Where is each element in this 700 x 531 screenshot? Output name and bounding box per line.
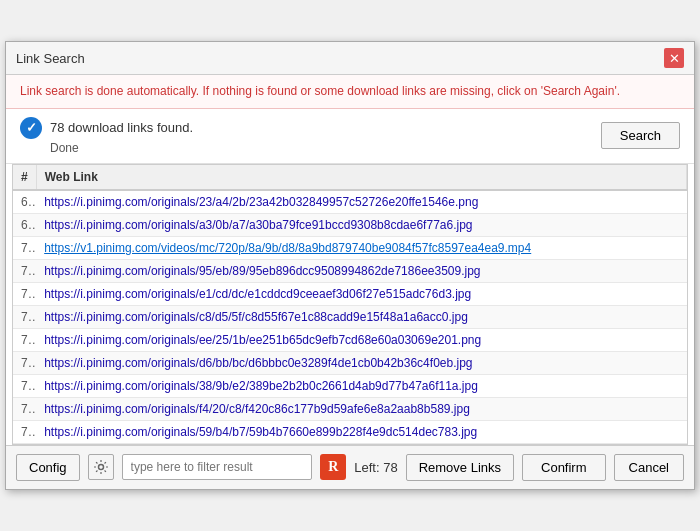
table-row[interactable]: 74https://i.pinimg.com/originals/ee/25/1…: [13, 328, 687, 351]
title-bar: Link Search ✕: [6, 42, 694, 75]
row-number: 72: [13, 282, 36, 305]
table-row[interactable]: 69https://i.pinimg.com/originals/a3/0b/a…: [13, 213, 687, 236]
url-link[interactable]: https://i.pinimg.com/originals/c8/d5/5f/…: [44, 310, 468, 324]
url-link[interactable]: https://i.pinimg.com/originals/23/a4/2b/…: [44, 195, 478, 209]
table-row[interactable]: 78https://i.pinimg.com/originals/59/b4/b…: [13, 420, 687, 443]
confirm-button[interactable]: Confirm: [522, 454, 606, 481]
row-number: 70: [13, 236, 36, 259]
links-table-container: # Web Link 68https://i.pinimg.com/origin…: [12, 164, 688, 445]
done-label: Done: [50, 141, 193, 155]
check-icon: ✓: [20, 117, 42, 139]
row-url: https://i.pinimg.com/originals/a3/0b/a7/…: [36, 213, 686, 236]
bottom-bar: Config R Left: 78 Remove Links Confirm C…: [6, 445, 694, 489]
url-link[interactable]: https://i.pinimg.com/originals/f4/20/c8/…: [44, 402, 470, 416]
table-row[interactable]: 70https://v1.pinimg.com/videos/mc/720p/8…: [13, 236, 687, 259]
col-link-header: Web Link: [36, 165, 686, 190]
close-button[interactable]: ✕: [664, 48, 684, 68]
info-bar: Link search is done automatically. If no…: [6, 75, 694, 109]
link-search-dialog: Link Search ✕ Link search is done automa…: [5, 41, 695, 490]
row-number: 71: [13, 259, 36, 282]
row-url: https://i.pinimg.com/originals/f4/20/c8/…: [36, 397, 686, 420]
url-link[interactable]: https://i.pinimg.com/originals/d6/bb/bc/…: [44, 356, 472, 370]
search-button[interactable]: Search: [601, 122, 680, 149]
table-row[interactable]: 72https://i.pinimg.com/originals/e1/cd/d…: [13, 282, 687, 305]
row-url: https://i.pinimg.com/originals/59/b4/b7/…: [36, 420, 686, 443]
url-link[interactable]: https://i.pinimg.com/originals/a3/0b/a7/…: [44, 218, 472, 232]
status-found: ✓ 78 download links found.: [20, 117, 193, 139]
filter-input[interactable]: [122, 454, 313, 480]
url-link[interactable]: https://v1.pinimg.com/videos/mc/720p/8a/…: [44, 241, 531, 255]
config-button[interactable]: Config: [16, 454, 80, 481]
table-row[interactable]: 68https://i.pinimg.com/originals/23/a4/2…: [13, 190, 687, 214]
table-row[interactable]: 71https://i.pinimg.com/originals/95/eb/8…: [13, 259, 687, 282]
col-number-header: #: [13, 165, 36, 190]
dialog-title: Link Search: [16, 51, 85, 66]
row-url: https://i.pinimg.com/originals/d6/bb/bc/…: [36, 351, 686, 374]
table-row[interactable]: 73https://i.pinimg.com/originals/c8/d5/5…: [13, 305, 687, 328]
row-number: 78: [13, 420, 36, 443]
row-number: 77: [13, 397, 36, 420]
status-left: ✓ 78 download links found. Done: [20, 117, 193, 155]
links-table: # Web Link 68https://i.pinimg.com/origin…: [13, 165, 687, 444]
row-url: https://v1.pinimg.com/videos/mc/720p/8a/…: [36, 236, 686, 259]
svg-point-0: [98, 465, 103, 470]
row-number: 75: [13, 351, 36, 374]
remove-links-button[interactable]: Remove Links: [406, 454, 514, 481]
url-link[interactable]: https://i.pinimg.com/originals/38/9b/e2/…: [44, 379, 478, 393]
table-row[interactable]: 75https://i.pinimg.com/originals/d6/bb/b…: [13, 351, 687, 374]
table-header-row: # Web Link: [13, 165, 687, 190]
row-url: https://i.pinimg.com/originals/95/eb/89/…: [36, 259, 686, 282]
row-url: https://i.pinimg.com/originals/e1/cd/dc/…: [36, 282, 686, 305]
row-number: 68: [13, 190, 36, 214]
url-link[interactable]: https://i.pinimg.com/originals/ee/25/1b/…: [44, 333, 481, 347]
r-icon: R: [320, 454, 346, 480]
row-url: https://i.pinimg.com/originals/ee/25/1b/…: [36, 328, 686, 351]
row-number: 69: [13, 213, 36, 236]
found-text: 78 download links found.: [50, 120, 193, 135]
table-body: 68https://i.pinimg.com/originals/23/a4/2…: [13, 190, 687, 444]
status-row: ✓ 78 download links found. Done Search: [6, 109, 694, 164]
info-message: Link search is done automatically. If no…: [20, 84, 620, 98]
url-link[interactable]: https://i.pinimg.com/originals/e1/cd/dc/…: [44, 287, 471, 301]
left-count: Left: 78: [354, 460, 397, 475]
row-number: 76: [13, 374, 36, 397]
url-link[interactable]: https://i.pinimg.com/originals/95/eb/89/…: [44, 264, 480, 278]
url-link[interactable]: https://i.pinimg.com/originals/59/b4/b7/…: [44, 425, 477, 439]
row-number: 74: [13, 328, 36, 351]
table-row[interactable]: 76https://i.pinimg.com/originals/38/9b/e…: [13, 374, 687, 397]
row-number: 73: [13, 305, 36, 328]
filter-icon-button[interactable]: [88, 454, 114, 480]
row-url: https://i.pinimg.com/originals/23/a4/2b/…: [36, 190, 686, 214]
row-url: https://i.pinimg.com/originals/c8/d5/5f/…: [36, 305, 686, 328]
row-url: https://i.pinimg.com/originals/38/9b/e2/…: [36, 374, 686, 397]
gear-icon: [93, 459, 109, 475]
cancel-button[interactable]: Cancel: [614, 454, 684, 481]
table-row[interactable]: 77https://i.pinimg.com/originals/f4/20/c…: [13, 397, 687, 420]
